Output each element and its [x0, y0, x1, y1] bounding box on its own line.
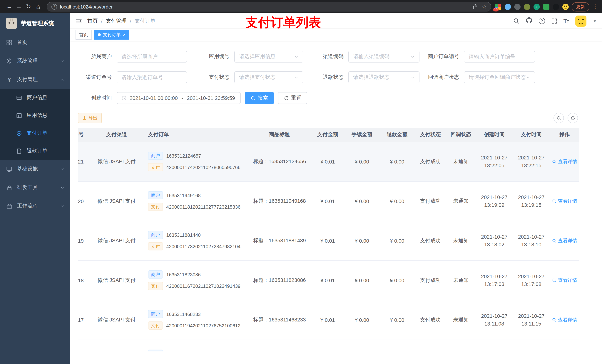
extension-emoji-icon[interactable] [562, 3, 569, 10]
sidebar-item-system[interactable]: 系统管理 [0, 52, 70, 70]
avatar-caret-icon[interactable]: ▼ [593, 19, 597, 23]
github-icon[interactable] [526, 17, 532, 25]
merchant-tag: 商户 [148, 152, 163, 160]
extensions-icon[interactable]: 10 [495, 3, 501, 10]
view-detail-link[interactable]: 查看详情 [552, 198, 577, 204]
fullscreen-icon[interactable] [551, 18, 557, 24]
extension-badge: 10 [493, 8, 499, 11]
table-row[interactable]: 21 微信 JSAPI 支付 商户1635312124657 支付4200001… [78, 142, 580, 181]
cell-amount: ¥ 0.01 [311, 221, 344, 260]
view-detail-link[interactable]: 查看详情 [552, 158, 577, 165]
cell-id: 20 [78, 181, 89, 221]
cell-action: 查看详情 [550, 221, 580, 260]
extension-drop-icon[interactable] [505, 3, 511, 10]
table-row[interactable]: 18 微信 JSAPI 支付 商户1635311823086 支付4200001… [78, 260, 580, 300]
cell-channel: 微信 JSAPI 支付 [89, 142, 144, 181]
help-icon[interactable]: ? [539, 18, 545, 24]
export-button[interactable]: 导出 [78, 113, 102, 123]
cell-status: 支付成功 [415, 142, 446, 181]
notify-status-select[interactable]: 请选择订单回调商户状态 [464, 71, 535, 83]
toggle-search-button[interactable] [553, 113, 564, 123]
table-row[interactable]: 17 微信 JSAPI 支付 商户1635311468233 支付4200001… [78, 300, 580, 340]
pay-submenu: 商户信息 应用信息 支付订单 [0, 89, 70, 160]
select-placeholder: 请选择退款状态 [353, 74, 389, 81]
tag-home[interactable]: 首页 [75, 30, 92, 40]
sidebar-item-pay-order[interactable]: 支付订单 [0, 124, 70, 142]
cell-fee: ¥ 0.00 [344, 181, 379, 221]
sidebar-item-label: 商户信息 [27, 94, 47, 101]
merchant-input[interactable] [117, 51, 187, 62]
sidebar-item-refund-order[interactable]: 退款订单 [0, 142, 70, 160]
merchant-order-no-input[interactable] [464, 51, 535, 62]
col-refund: 退款金额 [379, 128, 415, 142]
extension-chat-icon[interactable] [543, 3, 549, 10]
cell-refund: ¥ 0.00 [379, 142, 415, 181]
cell-amount: ¥ 0.01 [311, 142, 344, 181]
sidebar-item-home[interactable]: 首页 [0, 33, 70, 52]
site-info-icon[interactable]: i [52, 4, 57, 10]
cell-notify: 未通知 [446, 142, 476, 181]
url-text[interactable]: localhost:1024/pay/order [60, 4, 470, 10]
sidebar-item-workflow[interactable]: 工作流程 [0, 197, 70, 215]
extension-bird-icon[interactable] [553, 3, 559, 10]
cell-title: 标题：1635311881439 [248, 221, 311, 260]
browser-menu-icon[interactable]: ⋮ [592, 3, 598, 10]
search-button[interactable]: 搜索 [245, 92, 274, 104]
refund-status-select[interactable]: 请选择退款状态 [348, 71, 419, 83]
cell-channel: 微信 JSAPI 支付 [89, 300, 144, 340]
sidebar-toggle-icon[interactable] [75, 18, 82, 24]
pay-order-no: 4200001167202110271022491439 [166, 283, 240, 289]
sidebar-item-label: 退款订单 [27, 148, 47, 154]
refresh-button[interactable] [568, 113, 578, 123]
cell-order: 商户1635311468233 支付4200001194202110276752… [144, 300, 248, 340]
search-icon[interactable] [513, 18, 519, 24]
chevron-down-icon [294, 75, 298, 79]
breadcrumb-pay[interactable]: 支付管理 [106, 18, 127, 24]
extension-check-icon[interactable]: ✓ [534, 3, 540, 10]
sidebar-item-infra[interactable]: 基础设施 [0, 160, 70, 178]
cell-create-time: 2021-10-2713:19:09 [476, 181, 513, 221]
table-row[interactable]: 20 微信 JSAPI 支付 商户1635311949168 支付4200001… [78, 181, 580, 221]
user-avatar[interactable] [575, 15, 586, 26]
reset-button[interactable]: 重置 [278, 92, 307, 104]
close-icon[interactable]: × [123, 32, 126, 37]
app-logo[interactable]: 芋道管理系统 [0, 13, 70, 33]
address-bar[interactable]: i localhost:1024/pay/order ☆ [47, 2, 491, 11]
sidebar-item-label: 研发工具 [17, 184, 38, 191]
extension-olive-icon[interactable] [524, 3, 530, 10]
font-size-icon[interactable]: TT [563, 18, 569, 24]
channel-code-select[interactable]: 请输入渠道编码 [348, 51, 419, 62]
back-icon[interactable]: ← [4, 0, 14, 13]
bookmark-icon[interactable]: ☆ [482, 4, 486, 10]
card-icon [16, 95, 22, 100]
view-detail-link[interactable]: 查看详情 [552, 277, 577, 283]
circle-dot-icon [16, 130, 22, 136]
create-time-range-picker[interactable]: 2021-10-01 00:00:00 - 2021-10-31 23:59:5… [117, 92, 241, 104]
app-select[interactable]: 请选择应用信息 [234, 51, 303, 62]
table-row[interactable]: 19 微信 JSAPI 支付 商户1635311881440 支付4200001… [78, 221, 580, 260]
view-detail-link[interactable]: 查看详情 [552, 316, 577, 323]
sidebar-item-pay[interactable]: ¥ 支付管理 [0, 70, 70, 89]
screen: ← → ↻ ⌂ i localhost:1024/pay/order ☆ 10 … [0, 0, 602, 364]
filter-label-refund-status: 退款状态 [303, 74, 348, 81]
sidebar-item-app-info[interactable]: 应用信息 [0, 106, 70, 124]
share-icon[interactable] [473, 4, 478, 10]
sidebar-item-merchant-info[interactable]: 商户信息 [0, 89, 70, 106]
view-detail-link[interactable]: 查看详情 [552, 237, 577, 244]
reload-icon[interactable]: ↻ [24, 0, 33, 13]
channel-order-no-input[interactable] [117, 71, 187, 83]
col-id: 编号 [78, 128, 89, 142]
tag-pay-order[interactable]: 支付订单 × [94, 30, 129, 40]
browser-update-button[interactable]: 更新 [572, 2, 589, 11]
sidebar-item-devtools[interactable]: 研发工具 [0, 178, 70, 197]
cell-title [248, 340, 311, 351]
table-row[interactable]: 商户1635311857136 支付 [78, 340, 580, 351]
home-icon[interactable]: ⌂ [33, 0, 43, 13]
extension-dark-icon[interactable] [514, 3, 521, 10]
breadcrumb-home[interactable]: 首页 [87, 18, 98, 24]
pay-status-select[interactable]: 请选择支付状态 [234, 71, 303, 83]
chevron-down-icon [526, 75, 530, 79]
forward-icon[interactable]: → [14, 0, 24, 13]
cell-notify: 未通知 [446, 221, 476, 260]
pay-tag: 支付 [148, 242, 163, 250]
